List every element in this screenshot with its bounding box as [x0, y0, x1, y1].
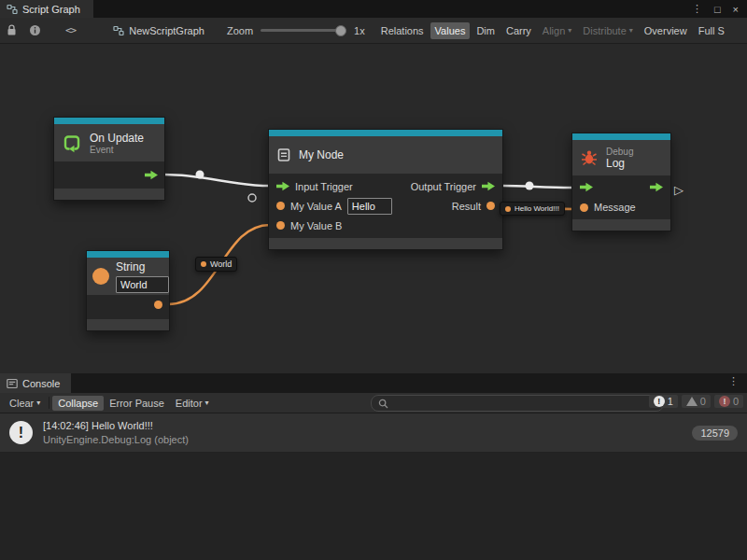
- console-menu-icon[interactable]: ⋮: [720, 373, 747, 393]
- console-panel: Console ⋮ Clear ▾ Collapse Error Pause E…: [0, 373, 747, 560]
- window-close-icon[interactable]: ×: [733, 4, 739, 15]
- port-row: [572, 177, 670, 197]
- error-icon: !: [719, 396, 730, 407]
- collapse-button[interactable]: Collapse: [52, 396, 104, 411]
- carry-button[interactable]: Carry: [501, 22, 536, 39]
- tab-script-graph[interactable]: Script Graph: [0, 0, 93, 18]
- node-subtitle: Event: [90, 145, 144, 155]
- graph-name-label: NewScriptGraph: [129, 25, 204, 36]
- my-value-b-port[interactable]: [276, 221, 285, 230]
- bug-icon: [580, 148, 599, 167]
- input-trigger-port[interactable]: [276, 181, 289, 191]
- on-update-output-trigger-port[interactable]: [145, 170, 158, 180]
- node-accent-strip: [269, 130, 502, 136]
- chevron-down-icon: ▾: [629, 26, 633, 35]
- warning-count: 0: [700, 396, 706, 407]
- console-log-entry[interactable]: ! [14:02:46] Hello World!!! UnityEngine.…: [0, 413, 747, 453]
- log-text: [14:02:46] Hello World!!! UnityEngine.De…: [43, 420, 189, 445]
- script-graph-icon: [7, 4, 18, 15]
- collapse-count-badge: 12579: [692, 426, 738, 441]
- unit-icon: [276, 147, 291, 162]
- node-title: String: [116, 260, 169, 273]
- log-stack-trace: UnityEngine.Debug:Log (object): [43, 434, 189, 445]
- node-title: On Update: [90, 132, 144, 145]
- window-menu-icon[interactable]: ⋮: [692, 3, 702, 15]
- error-count: 0: [733, 396, 739, 407]
- info-count: 1: [668, 396, 673, 407]
- window-maximize-icon[interactable]: □: [714, 4, 721, 15]
- chevron-down-icon: ▾: [205, 399, 209, 407]
- string-value-input[interactable]: [116, 276, 169, 293]
- error-count-button[interactable]: ! 0: [714, 395, 743, 408]
- toolbar-divider: [49, 397, 49, 409]
- console-search-field[interactable]: [371, 395, 664, 412]
- dim-button[interactable]: Dim: [472, 22, 500, 39]
- debug-output-trigger-port[interactable]: [650, 182, 663, 192]
- overview-button[interactable]: Overview: [640, 22, 692, 39]
- update-loop-icon: [62, 133, 82, 153]
- port-label: My Value A: [290, 201, 342, 212]
- console-counts: ! 1 0 ! 0: [649, 395, 743, 408]
- node-title: My Node: [299, 148, 344, 161]
- zoom-slider-handle[interactable]: [335, 25, 346, 36]
- result-port[interactable]: [486, 202, 495, 210]
- wire-value-text: World: [210, 259, 232, 269]
- console-tab-strip: Console ⋮: [0, 373, 747, 393]
- debug-input-trigger-port[interactable]: [580, 182, 593, 192]
- port-label: Output Trigger: [411, 181, 476, 192]
- node-footer: [269, 238, 502, 249]
- chevron-down-icon: ▾: [36, 399, 40, 407]
- fullscreen-button[interactable]: Full S: [694, 22, 729, 39]
- value-dot-icon: [201, 261, 206, 267]
- clear-button[interactable]: Clear ▾: [4, 396, 46, 411]
- port-row: Input Trigger Output Trigger: [269, 176, 502, 196]
- node-my-node[interactable]: My Node Input Trigger Output Trigger My …: [268, 129, 503, 250]
- console-toolbar: Clear ▾ Collapse Error Pause Editor ▾ ! …: [0, 393, 747, 413]
- lock-icon[interactable]: [7, 24, 17, 36]
- error-pause-button[interactable]: Error Pause: [104, 396, 170, 411]
- info-icon[interactable]: [29, 24, 41, 36]
- node-on-update[interactable]: On Update Event: [53, 117, 165, 201]
- info-count-button[interactable]: ! 1: [649, 395, 678, 408]
- align-button[interactable]: Align▾: [538, 22, 576, 39]
- warning-count-button[interactable]: 0: [682, 395, 711, 408]
- graph-asset-icon: [113, 25, 124, 36]
- console-search-input[interactable]: [393, 397, 656, 410]
- flow-continue-icon: ▷: [674, 183, 684, 197]
- search-icon: [378, 399, 388, 409]
- chevron-down-icon: ▾: [568, 26, 571, 35]
- edit-source-icon[interactable]: <>: [65, 24, 76, 36]
- distribute-button[interactable]: Distribute▾: [578, 22, 637, 39]
- info-log-icon: !: [654, 396, 665, 407]
- output-trigger-port[interactable]: [482, 181, 495, 191]
- node-debug-log[interactable]: Debug Log Message: [571, 133, 671, 231]
- console-icon: [7, 378, 18, 389]
- graph-name[interactable]: NewScriptGraph: [113, 25, 204, 36]
- my-value-a-port[interactable]: [276, 202, 285, 210]
- tab-console[interactable]: Console: [0, 373, 71, 393]
- port-row: My Value A Result: [269, 196, 502, 216]
- console-tab-title: Console: [22, 378, 60, 389]
- node-accent-strip: [572, 133, 670, 140]
- node-string-literal[interactable]: String: [86, 250, 170, 331]
- tab-title: Script Graph: [22, 4, 80, 15]
- unity-editor-window: Script Graph ⋮ □ × <> NewScriptGraph Zoo…: [0, 0, 747, 560]
- window-tab-strip: Script Graph ⋮ □ ×: [0, 0, 747, 18]
- string-output-port[interactable]: [154, 301, 162, 309]
- message-port[interactable]: [580, 203, 588, 212]
- warning-icon: [686, 397, 698, 406]
- my-value-a-input[interactable]: [347, 198, 392, 215]
- port-row: My Value B: [269, 216, 502, 235]
- relations-button[interactable]: Relations: [376, 22, 429, 39]
- editor-button[interactable]: Editor ▾: [170, 396, 215, 411]
- wire-value-bubble-hello-world: Hello World!!!: [500, 202, 565, 216]
- window-controls: ⋮ □ ×: [692, 0, 747, 18]
- graph-toolbar: <> NewScriptGraph Zoom 1x Relations Valu…: [0, 18, 747, 44]
- port-label: Result: [452, 201, 481, 212]
- zoom-value: 1x: [354, 25, 365, 36]
- wire-value-bubble-world: World: [195, 257, 237, 272]
- node-title: Log: [606, 157, 633, 170]
- port-label: My Value B: [290, 220, 342, 231]
- zoom-slider[interactable]: [261, 29, 346, 32]
- values-button[interactable]: Values: [430, 22, 471, 39]
